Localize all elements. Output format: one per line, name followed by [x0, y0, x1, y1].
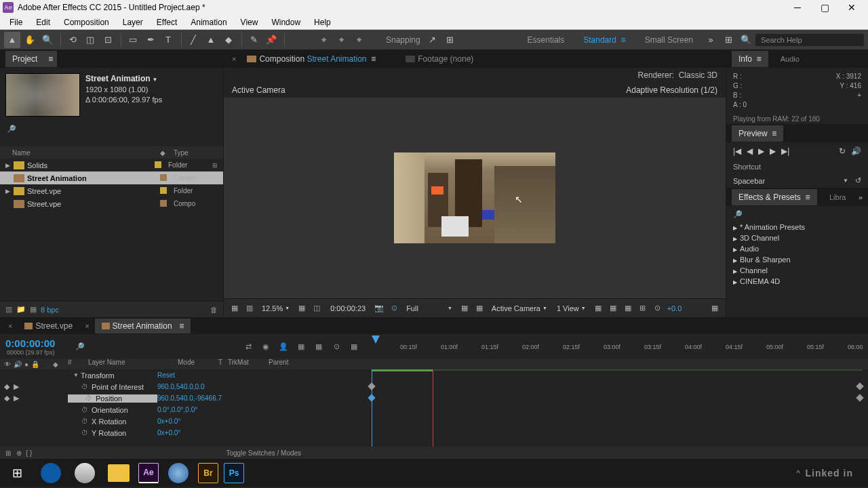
rotation-tool[interactable]: ⟲ [64, 32, 81, 48]
lock-column-icon[interactable]: 🔒 [31, 361, 39, 368]
stopwatch-icon[interactable]: ⏱ [81, 418, 90, 425]
timeline-tab-street-vpe[interactable]: Street.vpe [18, 319, 79, 333]
menu-composition[interactable]: Composition [57, 16, 116, 28]
eraser-tool[interactable]: ◆ [220, 32, 237, 48]
menu-help[interactable]: Help [307, 16, 338, 28]
timeline-tab-street-animation[interactable]: Street Animation ≡ [95, 319, 191, 333]
fast-previews-icon[interactable]: ▦ [608, 303, 618, 314]
toggle-transparency-grid-icon[interactable]: ▥ [244, 303, 255, 314]
preview-tab[interactable]: Preview ≡ [732, 125, 783, 142]
flowchart-icon[interactable]: ⊞ [212, 162, 218, 169]
reset-exposure-icon[interactable]: ⊙ [652, 303, 663, 314]
toggle-switches-modes-button[interactable]: Toggle Switches / Modes [226, 449, 301, 457]
column-type[interactable]: Type [174, 149, 218, 157]
stopwatch-icon[interactable]: ⏱ [81, 406, 90, 413]
property-x-rotation[interactable]: ⏱ X Rotation 0x+0.0° [0, 415, 868, 427]
hide-shy-layers-icon[interactable]: 👤 [277, 340, 290, 353]
motion-blur-icon[interactable]: ▦ [312, 340, 326, 353]
first-frame-button[interactable]: |◀ [733, 146, 741, 156]
graph-editor-icon[interactable]: ⊙ [330, 340, 343, 353]
shortcut-dropdown[interactable]: Spacebar [733, 177, 843, 185]
hand-tool[interactable]: ✋ [22, 32, 38, 48]
taskbar-browser[interactable] [71, 462, 99, 484]
workspace-small-screen[interactable]: Small Screen [635, 33, 703, 47]
puppet-tool[interactable]: 📌 [263, 32, 279, 48]
workspace-menu-icon[interactable]: ⊞ [720, 32, 736, 48]
project-panel-menu[interactable]: ≡ [44, 51, 57, 67]
current-time-display[interactable]: 0:00:00:23 [326, 304, 370, 312]
view-layout-dropdown[interactable]: 1 View▼ [554, 304, 589, 312]
libraries-tab[interactable]: Libra [829, 193, 846, 201]
property-y-rotation[interactable]: ⏱ Y Rotation 0x+0.0° [0, 427, 868, 439]
pen-tool[interactable]: ✒ [142, 32, 159, 48]
taskbar-file-explorer[interactable] [104, 462, 133, 484]
resolution-dropdown[interactable]: Full▼ [403, 304, 455, 312]
property-group-transform[interactable]: ▼ Transform Reset [0, 369, 868, 381]
effect-category-animation-presets[interactable]: ▶* Animation Presets [726, 222, 868, 232]
menu-effect[interactable]: Effect [150, 16, 184, 28]
reset-icon[interactable]: ↺ [855, 176, 861, 185]
eye-column-icon[interactable]: 👁 [4, 361, 11, 368]
snapshot-icon[interactable]: 📷 [374, 303, 384, 314]
renderer-dropdown[interactable]: Classic 3D [679, 70, 717, 80]
selection-tool[interactable]: ▲ [4, 32, 20, 48]
dropdown-icon[interactable]: ▼ [843, 178, 848, 184]
menu-animation[interactable]: Animation [184, 16, 233, 28]
property-value[interactable]: 960.0,540.0,0.0 [157, 383, 264, 390]
project-search-input[interactable] [7, 134, 216, 144]
folder-twisty-icon[interactable]: ▶ [5, 188, 14, 195]
timeline-ruler[interactable]: 00:15f01:00f01:15f02:00f02:15f03:00f03:1… [366, 334, 868, 359]
roi-icon[interactable]: ◫ [311, 303, 322, 314]
label-column-icon[interactable]: ◆ [53, 361, 58, 368]
menu-edit[interactable]: Edit [29, 16, 57, 28]
project-item-solids[interactable]: ▶ Solids Folder ⊞ [0, 159, 223, 171]
keyframe-icon[interactable] [368, 382, 375, 390]
toggle-switches-icon[interactable]: ⊞ [0, 449, 16, 457]
zoom-slider-icon[interactable]: ⊕ [16, 449, 22, 457]
taskbar-edge[interactable] [37, 462, 65, 484]
overflow-icon[interactable]: » [859, 193, 863, 201]
effect-category-blur-sharpen[interactable]: ▶Blur & Sharpen [726, 254, 868, 265]
workspace-essentials[interactable]: Essentials [518, 33, 574, 47]
prev-frame-button[interactable]: ◀ [747, 146, 753, 156]
taskbar-bridge[interactable]: Br [198, 463, 218, 483]
maximize-button[interactable]: ▢ [811, 0, 838, 15]
axis-view-icon[interactable]: ⌖ [351, 32, 367, 48]
axis-world-icon[interactable]: ⌖ [333, 32, 349, 48]
channel-icon[interactable]: ⊙ [389, 303, 399, 314]
pixel-aspect-icon[interactable]: ▦ [593, 303, 604, 314]
composition-viewport[interactable]: ↖ [224, 98, 726, 298]
project-item-street-vpe-comp[interactable]: Street.vpe Compo [0, 197, 223, 210]
toggle-alpha-icon[interactable]: ▦ [229, 303, 240, 314]
region-of-interest-icon[interactable]: ▦ [459, 303, 470, 314]
type-tool[interactable]: T [160, 32, 176, 48]
minimize-button[interactable]: ─ [784, 0, 811, 15]
effect-category-cinema4d[interactable]: ▶CINEMA 4D [726, 276, 868, 287]
column-name[interactable]: Name [5, 149, 160, 157]
mute-audio-icon[interactable]: 🔊 [851, 146, 861, 156]
property-point-of-interest[interactable]: ◆▶ ⏱ Point of Interest 960.0,540.0,0.0 [0, 381, 868, 392]
taskbar-photoshop[interactable]: Ps [224, 463, 244, 483]
snapping-toggle[interactable]: Snapping [382, 35, 425, 45]
folder-twisty-icon[interactable]: ▶ [5, 162, 14, 169]
property-value[interactable]: 0x+0.0° [157, 429, 264, 436]
last-frame-button[interactable]: ▶| [781, 146, 789, 156]
effect-category-channel[interactable]: ▶Channel [726, 265, 868, 276]
roto-brush-tool[interactable]: ✎ [245, 32, 262, 48]
workspace-overflow-icon[interactable]: » [703, 32, 719, 48]
speaker-column-icon[interactable]: 🔊 [14, 361, 22, 368]
taskbar-after-effects[interactable]: Ae [138, 463, 159, 483]
menu-layer[interactable]: Layer [116, 16, 150, 28]
property-position[interactable]: ◆▶ ⏱ Position 960.0,540.0,-96466.7 [0, 392, 868, 404]
pan-behind-tool[interactable]: ⊡ [100, 32, 116, 48]
project-item-street-vpe-folder[interactable]: ▶ Street.vpe Folder [0, 184, 223, 197]
comp-mini-flowchart-icon[interactable]: ⇄ [241, 340, 255, 353]
stopwatch-icon[interactable]: ⏱ [85, 394, 94, 402]
close-tab-icon[interactable]: × [82, 322, 92, 330]
next-frame-button[interactable]: ▶ [770, 146, 776, 156]
search-help-input[interactable]: Search Help [755, 34, 864, 46]
menu-view[interactable]: View [234, 16, 265, 28]
resolution-icon[interactable]: ▦ [296, 303, 307, 314]
rectangle-tool[interactable]: ▭ [125, 32, 141, 48]
color-depth-toggle[interactable]: 8 bpc [41, 306, 59, 314]
